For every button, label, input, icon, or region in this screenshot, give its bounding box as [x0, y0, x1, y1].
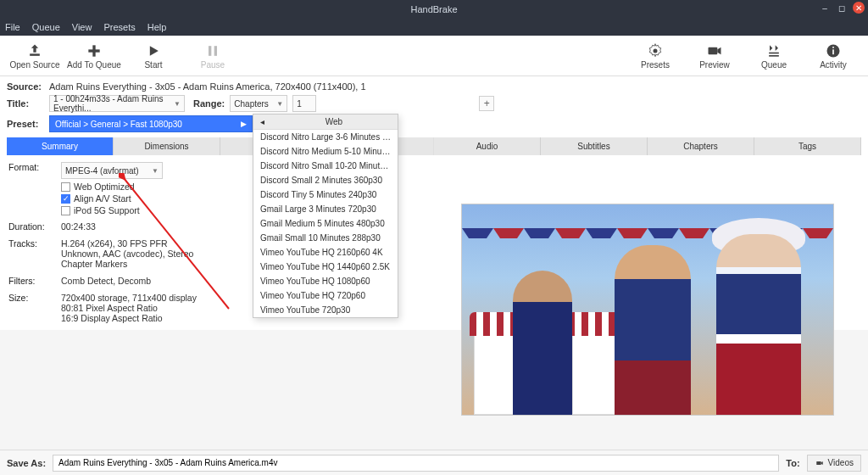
- activity-button[interactable]: Activity: [804, 37, 863, 75]
- main-content: Source: Adam Ruins Everything - 3x05 - A…: [0, 76, 868, 330]
- menu-queue[interactable]: Queue: [32, 22, 60, 32]
- window-title: HandBrake: [0, 4, 868, 14]
- preset-menu-item[interactable]: Vimeo YouTube HQ 720p60: [253, 288, 398, 303]
- menu-help[interactable]: Help: [147, 22, 167, 32]
- tracks-line: H.264 (x264), 30 FPS PFR: [61, 238, 193, 249]
- svg-rect-7: [769, 53, 779, 54]
- save-as-label: Save As:: [7, 458, 46, 468]
- add-to-queue-button[interactable]: Add To Queue: [64, 37, 124, 75]
- svg-point-5: [654, 49, 658, 53]
- submenu-title: Web: [270, 117, 398, 126]
- queue-button[interactable]: Queue: [744, 37, 804, 75]
- preset-menu-item[interactable]: Vimeo YouTube HQ 2160p60 4K: [253, 245, 398, 260]
- preset-menu-item[interactable]: Gmail Medium 5 Minutes 480p30: [253, 216, 398, 231]
- to-label: To:: [786, 458, 799, 468]
- start-button[interactable]: Start: [124, 37, 183, 75]
- window-minimize-button[interactable]: –: [819, 2, 831, 14]
- tab-chapters[interactable]: Chapters: [648, 137, 754, 155]
- chevron-right-icon: ▶: [241, 120, 247, 128]
- pause-icon: [204, 42, 221, 60]
- svg-rect-2: [88, 49, 99, 52]
- tracks-line: Chapter Markers: [61, 259, 193, 269]
- save-as-input[interactable]: [53, 455, 779, 472]
- preset-menu-item[interactable]: Vimeo YouTube HQ 1440p60 2.5K: [253, 260, 398, 274]
- preset-menu-item[interactable]: Discord Tiny 5 Minutes 240p30: [253, 187, 398, 202]
- footer-bar: Save As: To: Videos: [0, 450, 868, 475]
- checkbox-icon: [61, 206, 70, 215]
- duration-value: 00:24:33: [61, 221, 96, 232]
- preset-submenu: ◂ Web Discord Nitro Large 3-6 Minutes 10…: [253, 114, 398, 318]
- queue-icon: [765, 42, 782, 60]
- preset-select[interactable]: Official > General > Fast 1080p30▶: [49, 115, 253, 132]
- tab-dimensions[interactable]: Dimensions: [114, 137, 220, 155]
- menu-view[interactable]: View: [72, 22, 92, 32]
- svg-rect-8: [769, 55, 779, 57]
- tab-subtitles[interactable]: Subtitles: [541, 137, 648, 155]
- web-optimized-checkbox[interactable]: Web Optimized: [59, 181, 860, 193]
- tab-bar: Summary Dimensions Filters Video Audio S…: [7, 137, 861, 155]
- person-figure: [615, 245, 691, 415]
- format-label: Format:: [8, 162, 54, 179]
- chevron-down-icon: ▼: [152, 167, 159, 175]
- chevron-down-icon: ▼: [276, 100, 283, 108]
- svg-rect-11: [832, 47, 834, 48]
- title-select[interactable]: 1 - 00h24m33s - Adam Ruins Everythi...▼: [49, 95, 185, 112]
- person-figure: [513, 271, 572, 415]
- checkbox-icon: [61, 182, 70, 192]
- preset-menu-item[interactable]: Gmail Small 10 Minutes 288p30: [253, 231, 398, 245]
- filters-label: Filters:: [8, 276, 54, 286]
- preset-menu-item[interactable]: Discord Nitro Small 10-20 Minutes 480p30: [253, 159, 398, 173]
- person-figure: [716, 234, 801, 416]
- preset-menu-item[interactable]: Discord Small 2 Minutes 360p30: [253, 173, 398, 187]
- size-line: 80:81 Pixel Aspect Ratio: [61, 303, 197, 313]
- chevron-left-icon[interactable]: ◂: [253, 117, 270, 126]
- svg-rect-4: [214, 46, 217, 56]
- title-label: Title:: [7, 98, 44, 109]
- duration-label: Duration:: [8, 221, 54, 232]
- align-av-checkbox[interactable]: ✓Align A/V Start: [59, 193, 860, 204]
- filters-value: Comb Detect, Decomb: [61, 276, 151, 286]
- camera-icon: [815, 459, 825, 467]
- destination-button[interactable]: Videos: [807, 455, 861, 472]
- preset-menu-item[interactable]: Discord Nitro Large 3-6 Minutes 1080p30: [253, 130, 398, 144]
- window-close-button[interactable]: ✕: [853, 2, 865, 14]
- range-label: Range:: [193, 98, 225, 109]
- tab-tags[interactable]: Tags: [754, 137, 861, 155]
- add-preset-button[interactable]: +: [479, 96, 494, 111]
- svg-rect-3: [209, 46, 211, 56]
- camera-icon: [706, 42, 723, 60]
- main-toolbar: Open Source Add To Queue Start Pause Pre…: [0, 36, 868, 76]
- open-icon: [26, 42, 43, 60]
- svg-rect-13: [816, 461, 821, 464]
- chevron-down-icon: ▼: [174, 100, 181, 108]
- checkbox-checked-icon: ✓: [61, 194, 70, 204]
- presets-button[interactable]: Presets: [626, 37, 685, 75]
- preset-menu-item[interactable]: Vimeo YouTube 720p30: [253, 303, 398, 317]
- preview-button[interactable]: Preview: [685, 37, 744, 75]
- menu-presets[interactable]: Presets: [103, 22, 135, 32]
- size-label: Size:: [8, 293, 54, 303]
- info-icon: [825, 42, 842, 60]
- svg-rect-0: [30, 53, 40, 56]
- preset-menu-item[interactable]: Discord Nitro Medium 5-10 Minutes 720p30: [253, 144, 398, 159]
- preset-menu-item[interactable]: Vimeo YouTube HQ 1080p60: [253, 274, 398, 288]
- tab-audio[interactable]: Audio: [434, 137, 541, 155]
- window-titlebar: HandBrake – ◻ ✕: [0, 0, 868, 19]
- source-label: Source:: [7, 81, 44, 92]
- video-preview: [461, 204, 834, 416]
- preset-label: Preset:: [7, 119, 44, 129]
- range-type-select[interactable]: Chapters▼: [230, 95, 287, 112]
- menu-file[interactable]: File: [5, 22, 20, 32]
- size-line: 720x400 storage, 711x400 display: [61, 293, 197, 303]
- window-maximize-button[interactable]: ◻: [836, 2, 848, 14]
- tracks-line: Unknown, AAC (avcodec), Stereo: [61, 249, 193, 259]
- tab-summary[interactable]: Summary: [7, 137, 114, 155]
- range-from-select[interactable]: 1: [292, 95, 316, 112]
- open-source-button[interactable]: Open Source: [5, 37, 64, 75]
- menu-bar: File Queue View Presets Help: [0, 19, 868, 36]
- submenu-header[interactable]: ◂ Web: [253, 115, 398, 130]
- window-controls: – ◻ ✕: [819, 2, 865, 14]
- source-value: Adam Ruins Everything - 3x05 - Adam Ruin…: [49, 81, 366, 92]
- format-select[interactable]: MPEG-4 (avformat)▼: [61, 162, 163, 179]
- preset-menu-item[interactable]: Gmail Large 3 Minutes 720p30: [253, 202, 398, 216]
